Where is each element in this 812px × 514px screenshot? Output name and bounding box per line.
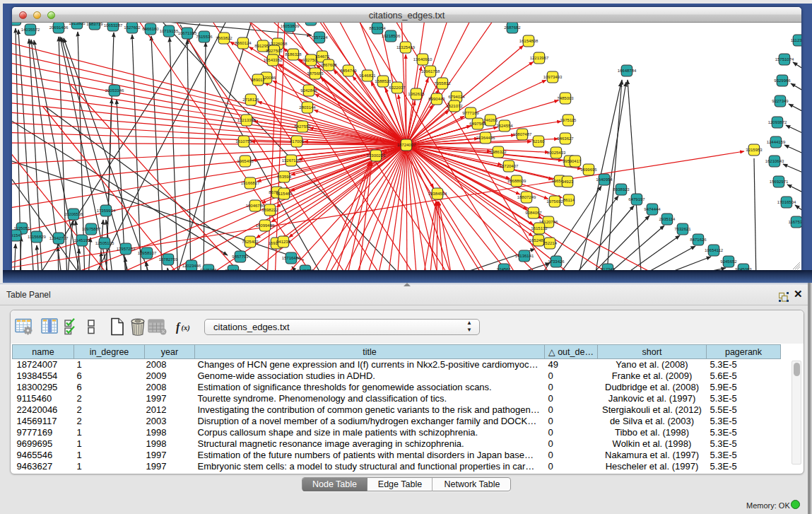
svg-text:7357224: 7357224 xyxy=(311,35,328,40)
svg-text:86114: 86114 xyxy=(563,198,575,202)
svg-text:7632621: 7632621 xyxy=(674,227,691,231)
svg-text:15692971: 15692971 xyxy=(770,180,789,184)
svg-text:9245066: 9245066 xyxy=(200,268,217,270)
svg-text:9242848: 9242848 xyxy=(300,88,317,93)
svg-text:9245652: 9245652 xyxy=(720,259,737,264)
svg-text:941235: 941235 xyxy=(276,240,291,244)
svg-text:10671355: 10671355 xyxy=(178,31,197,35)
svg-text:12213369: 12213369 xyxy=(237,118,257,122)
svg-text:14136141: 14136141 xyxy=(515,254,534,258)
svg-text:16053809: 16053809 xyxy=(281,24,300,28)
svg-text:9463627: 9463627 xyxy=(557,136,574,141)
svg-text:8938923: 8938923 xyxy=(613,187,630,192)
svg-text:9777169: 9777169 xyxy=(462,111,479,115)
svg-text:12093872: 12093872 xyxy=(768,120,787,124)
svg-text:8427552: 8427552 xyxy=(294,124,311,129)
svg-text:19218506: 19218506 xyxy=(382,34,401,38)
svg-text:11325419: 11325419 xyxy=(396,45,416,49)
svg-text:1975692: 1975692 xyxy=(546,199,563,204)
svg-text:1913805: 1913805 xyxy=(69,23,86,25)
svg-text:9699695: 9699695 xyxy=(580,168,597,172)
svg-text:8471626: 8471626 xyxy=(690,238,707,242)
svg-text:17957253: 17957253 xyxy=(117,247,136,251)
svg-text:12213967: 12213967 xyxy=(530,56,549,60)
svg-text:15716485: 15716485 xyxy=(282,256,301,260)
svg-text:8454749: 8454749 xyxy=(340,69,357,73)
svg-text:19384554: 19384554 xyxy=(428,192,447,196)
svg-text:7625402: 7625402 xyxy=(242,240,259,244)
svg-text:7663822: 7663822 xyxy=(216,36,233,40)
svg-text:8940123: 8940123 xyxy=(225,269,242,270)
svg-text:7986322: 7986322 xyxy=(490,150,507,154)
svg-text:10973493: 10973493 xyxy=(543,75,563,79)
svg-text:2867608: 2867608 xyxy=(320,63,337,67)
svg-text:8660124: 8660124 xyxy=(235,41,252,45)
svg-text:2718126: 2718126 xyxy=(242,98,259,102)
svg-text:653594: 653594 xyxy=(277,175,292,179)
svg-text:20206536: 20206536 xyxy=(64,212,83,216)
svg-text:9245063: 9245063 xyxy=(735,267,752,270)
svg-text:16782759: 16782759 xyxy=(159,257,178,262)
svg-text:7515536: 7515536 xyxy=(196,35,213,39)
svg-text:1112384: 1112384 xyxy=(791,38,801,42)
svg-text:20691406: 20691406 xyxy=(49,25,69,30)
svg-text:12444159: 12444159 xyxy=(767,140,786,144)
svg-text:8813054: 8813054 xyxy=(369,26,386,30)
svg-text:12505135: 12505135 xyxy=(95,241,114,245)
svg-text:9084067: 9084067 xyxy=(525,211,542,215)
svg-text:1640954: 1640954 xyxy=(596,177,613,182)
svg-text:6479197: 6479197 xyxy=(628,197,645,201)
svg-text:15720407: 15720407 xyxy=(500,164,519,168)
svg-text:62160: 62160 xyxy=(533,139,545,144)
svg-text:12942737: 12942737 xyxy=(49,236,69,240)
svg-text:11156829: 11156829 xyxy=(28,235,46,239)
svg-text:812345: 812345 xyxy=(601,267,616,270)
svg-text:10025433: 10025433 xyxy=(547,151,566,155)
svg-text:f: f xyxy=(176,321,181,334)
svg-text:3215953: 3215953 xyxy=(746,148,763,152)
svg-text:1362615: 1362615 xyxy=(408,92,425,96)
svg-text:9146821: 9146821 xyxy=(359,74,376,78)
svg-text:16210643: 16210643 xyxy=(765,159,784,163)
svg-text:3875685: 3875685 xyxy=(307,71,324,76)
svg-text:18724007: 18724007 xyxy=(397,143,416,147)
svg-text:3624554: 3624554 xyxy=(496,124,513,128)
svg-text:1527602: 1527602 xyxy=(124,25,141,30)
svg-text:14099489: 14099489 xyxy=(256,223,275,228)
svg-text:13640910: 13640910 xyxy=(413,57,433,62)
svg-text:2803144: 2803144 xyxy=(299,105,316,110)
svg-text:7485003: 7485003 xyxy=(557,96,574,100)
svg-text:1965498: 1965498 xyxy=(237,159,254,163)
svg-text:6794024: 6794024 xyxy=(448,95,465,99)
svg-text:94923: 94923 xyxy=(562,180,574,184)
svg-text:10653287: 10653287 xyxy=(104,23,123,28)
svg-text:7955812: 7955812 xyxy=(434,81,451,86)
svg-text:15751074: 15751074 xyxy=(775,57,794,62)
svg-text:417006: 417006 xyxy=(290,139,305,144)
svg-text:2935114: 2935114 xyxy=(659,217,676,221)
svg-text:1733426: 1733426 xyxy=(548,259,565,264)
svg-text:23300203: 23300203 xyxy=(367,153,386,158)
svg-text:1145193: 1145193 xyxy=(74,238,91,243)
svg-text:12023446: 12023446 xyxy=(182,264,201,268)
svg-text:(x): (x) xyxy=(182,324,190,332)
svg-text:2687682: 2687682 xyxy=(504,25,521,30)
svg-text:20053346: 20053346 xyxy=(105,88,124,93)
svg-text:154672: 154672 xyxy=(315,54,330,59)
svg-text:9857791: 9857791 xyxy=(232,255,249,259)
svg-text:989017: 989017 xyxy=(251,78,266,82)
svg-text:6322037: 6322037 xyxy=(389,86,406,90)
svg-text:10688609: 10688609 xyxy=(507,179,526,183)
svg-text:18807249: 18807249 xyxy=(517,195,536,199)
svg-text:10961758: 10961758 xyxy=(421,69,440,74)
svg-text:10807487: 10807487 xyxy=(513,132,532,136)
svg-text:10975887: 10975887 xyxy=(82,227,101,231)
svg-text:8990443: 8990443 xyxy=(428,97,445,101)
svg-text:1588520: 1588520 xyxy=(375,79,392,83)
svg-text:252214: 252214 xyxy=(543,241,558,245)
svg-text:10654112: 10654112 xyxy=(705,248,724,252)
svg-text:16154808: 16154808 xyxy=(519,39,539,43)
svg-text:21364436: 21364436 xyxy=(476,136,495,140)
svg-text:391547: 391547 xyxy=(12,233,23,238)
svg-text:9115460: 9115460 xyxy=(276,192,293,196)
